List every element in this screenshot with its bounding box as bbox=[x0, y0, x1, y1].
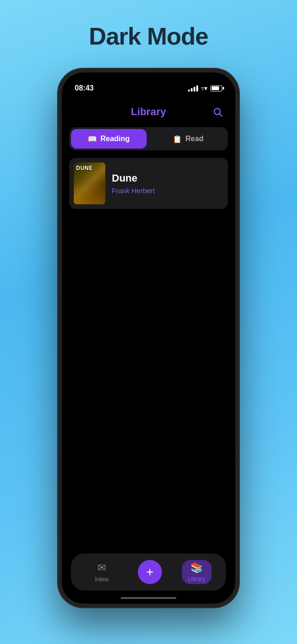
add-button[interactable]: + bbox=[138, 560, 162, 584]
inbox-icon: ✉ bbox=[97, 562, 106, 574]
nav-inbox[interactable]: ✉ Inbox bbox=[85, 562, 118, 583]
book-cover-title: DUNE bbox=[74, 163, 95, 174]
reading-tab-label: Reading bbox=[100, 135, 129, 143]
library-icon: 📚 bbox=[190, 562, 203, 574]
app-screen: 08:43 ▿▾ Library bbox=[62, 72, 235, 604]
book-card[interactable]: DUNE Dune Frank Herbert bbox=[69, 158, 228, 209]
dynamic-island bbox=[121, 79, 176, 95]
search-icon bbox=[213, 107, 223, 117]
add-icon: + bbox=[146, 566, 154, 579]
library-label: Library bbox=[188, 576, 205, 582]
book-cover: DUNE bbox=[74, 163, 105, 204]
app-header-title: Library bbox=[131, 106, 166, 118]
tab-read[interactable]: 📋 Read bbox=[150, 129, 226, 149]
book-title: Dune bbox=[112, 172, 155, 184]
app-header: Library bbox=[62, 100, 235, 124]
tab-reading[interactable]: 📖 Reading bbox=[71, 129, 147, 149]
signal-icon bbox=[188, 85, 198, 91]
book-author: Frank Herbert bbox=[112, 187, 155, 195]
phone-frame: 08:43 ▿▾ Library bbox=[58, 69, 239, 607]
tab-bar: 📖 Reading 📋 Read bbox=[69, 127, 228, 150]
nav-library[interactable]: 📚 Library bbox=[182, 560, 212, 584]
book-list: DUNE Dune Frank Herbert bbox=[69, 158, 228, 209]
read-tab-label: Read bbox=[185, 135, 203, 143]
home-indicator bbox=[121, 597, 176, 599]
bottom-nav: ✉ Inbox + 📚 Library bbox=[71, 553, 226, 591]
reading-tab-icon: 📖 bbox=[88, 135, 97, 143]
svg-line-1 bbox=[220, 114, 222, 116]
search-button[interactable] bbox=[209, 104, 226, 120]
inbox-label: Inbox bbox=[95, 576, 109, 583]
book-info: Dune Frank Herbert bbox=[112, 172, 155, 195]
read-tab-icon: 📋 bbox=[173, 135, 182, 143]
status-icons: ▿▾ bbox=[188, 85, 222, 92]
wifi-icon: ▿▾ bbox=[201, 85, 207, 92]
battery-icon bbox=[210, 85, 222, 91]
status-time: 08:43 bbox=[75, 84, 94, 92]
page-title: Dark Mode bbox=[89, 22, 208, 50]
